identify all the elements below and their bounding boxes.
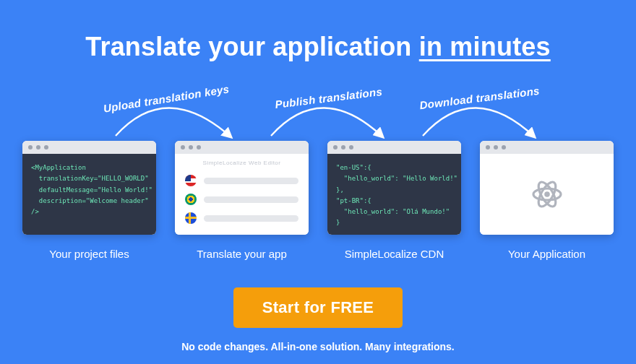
editor-title: SimpleLocalize Web Editor [185,160,298,166]
card-your-app: Your Application [480,141,614,260]
flag-se-icon [185,212,197,224]
caption-app: Your Application [508,248,585,260]
window-titlebar [22,141,156,154]
lang-row-br [185,194,298,205]
svg-point-3 [544,191,550,197]
caption-cdn: SimpleLocalize CDN [345,248,444,260]
translation-bar [204,215,298,222]
caption-project: Your project files [49,248,129,260]
card-project-files: <MyApplication translationKey="HELLO_WOR… [22,141,156,260]
window-titlebar [480,141,614,154]
card-web-editor: SimpleLocalize Web Editor Translate your… [175,141,309,260]
arrow-label-download: Download translations [419,84,541,111]
cards-row: <MyApplication translationKey="HELLO_WOR… [0,141,636,260]
translation-bar [204,196,298,203]
card-cdn: "en-US":{ "hello_world": "Hello World!" … [327,141,461,260]
window-titlebar [327,141,461,154]
headline: Translate your application in minutes [0,0,636,62]
start-free-button[interactable]: Start for FREE [233,287,403,328]
lang-row-se [185,212,298,224]
atom-icon [530,177,564,212]
headline-underlined: in minutes [419,32,551,61]
arrow-label-upload: Upload translation keys [103,82,231,114]
project-code: <MyApplication translationKey="HELLO_WOR… [22,154,156,235]
translation-bar [204,178,298,184]
cdn-code: "en-US":{ "hello_world": "Hello World!" … [327,154,461,235]
window-titlebar [175,141,309,154]
flag-br-icon [185,194,197,205]
arrow-label-publish: Publish translations [275,85,383,110]
caption-editor: Translate your app [197,248,287,260]
subline: No code changes. All-in-one solution. Ma… [0,341,636,352]
headline-prefix: Translate your application [85,32,419,61]
flag-us-icon [185,175,197,186]
lang-row-us [185,175,298,186]
